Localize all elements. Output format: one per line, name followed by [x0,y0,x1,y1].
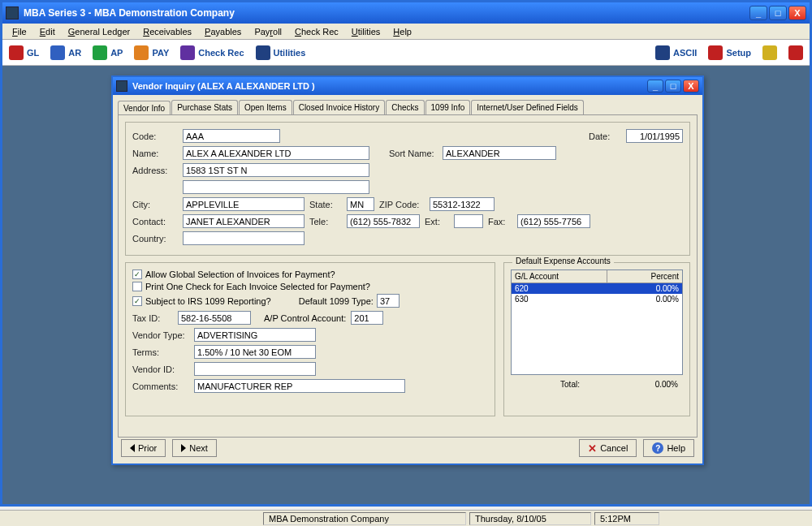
inquiry-title: Vendor Inquiry (ALEX A ALEXANDER LTD ) [132,81,647,91]
tele-field[interactable] [347,214,420,228]
tab-1099-info[interactable]: 1099 Info [425,100,471,114]
address-label: Address: [132,166,178,175]
tab-internet-user-defined[interactable]: Internet/User Defined Fields [471,100,584,114]
menu-utilities[interactable]: Utilities [347,25,385,38]
toolbar-ar[interactable]: AR [50,45,81,60]
extra1-icon [762,45,777,60]
tab-purchase-stats[interactable]: Purchase Stats [171,100,238,114]
date-field[interactable] [626,129,683,143]
main-titlebar: MBA Series 3 - MBA Demonstration Company… [2,2,810,24]
expense-row-1[interactable]: 6200.00% [512,283,682,294]
vendor-settings-group: ✓ Allow Global Selection of Invoices for… [125,262,495,416]
toolbar-ascii[interactable]: ASCII [655,45,697,60]
apcontrol-field[interactable] [351,311,383,325]
sortname-field[interactable] [443,146,556,160]
vendor-identity-group: Code: Date: Name: Sort Name: Address: [125,122,690,256]
address2-field[interactable] [183,180,369,194]
ascii-icon [655,45,670,60]
fax-field[interactable] [517,214,590,228]
address1-field[interactable] [183,163,369,177]
main-maximize-button[interactable]: □ [769,6,787,20]
inquiry-icon [116,80,127,92]
status-date: Thursday, 8/10/05 [469,512,591,525]
subject-1099-checkbox[interactable]: ✓ [132,296,142,306]
terms-field[interactable] [194,345,316,359]
expense-col-percent: Percent [607,270,682,282]
toolbar-pay[interactable]: PAY [134,45,169,60]
check-rec-icon [180,45,195,60]
print-one-checkbox[interactable] [132,282,142,291]
code-label: Code: [132,132,178,141]
state-field[interactable] [347,197,374,211]
main-minimize-button[interactable]: _ [749,6,767,20]
tab-checks[interactable]: Checks [386,100,424,114]
app-icon [6,6,19,19]
comments-field[interactable] [194,379,405,393]
tab-open-items[interactable]: Open Items [239,100,292,114]
name-field[interactable] [183,146,369,160]
vendortype-label: Vendor Type: [132,330,189,340]
vendorid-label: Vendor ID: [132,364,189,374]
zip-field[interactable] [430,197,495,211]
tab-closed-invoice-history[interactable]: Closed Invoice History [293,100,385,114]
taxid-field[interactable] [178,311,251,325]
toolbar-ap[interactable]: AP [93,45,123,60]
comments-label: Comments: [132,382,189,391]
sortname-label: Sort Name: [389,149,438,158]
vendorid-field[interactable] [194,362,316,376]
inquiry-close-button[interactable]: X [683,80,699,93]
menu-edit[interactable]: Edit [35,25,60,38]
expense-row-2[interactable]: 6300.00% [512,294,682,304]
statusbar: MBA Demonstration Company Thursday, 8/10… [0,510,812,526]
menu-payroll[interactable]: Payroll [249,25,287,38]
menu-check-rec[interactable]: Check Rec [290,25,343,38]
contact-label: Contact: [132,217,178,226]
contact-field[interactable] [183,214,304,228]
app-title: MBA Series 3 - MBA Demonstration Company [24,7,749,19]
code-field[interactable] [183,129,280,143]
setup-icon [708,45,723,60]
expense-total-value: 0.00% [629,380,678,389]
toolbar-setup[interactable]: Setup [708,45,751,60]
menu-help[interactable]: Help [388,25,417,38]
inquiry-minimize-button[interactable]: _ [647,80,663,93]
next-button[interactable]: Next [172,439,217,457]
menu-file[interactable]: File [7,25,32,38]
country-field[interactable] [183,231,304,245]
inquiry-titlebar: Vendor Inquiry (ALEX A ALEXANDER LTD ) _… [113,77,702,95]
inquiry-button-bar: Prior Next ✕Cancel ?Help [121,439,694,457]
menu-general-ledger[interactable]: General Ledger [63,25,135,38]
prior-button[interactable]: Prior [121,439,166,457]
left-arrow-icon [130,444,135,452]
menu-receivables[interactable]: Receivables [138,25,197,38]
toolbar-check-rec[interactable]: Check Rec [180,45,244,60]
fax-label: Fax: [488,217,512,226]
inquiry-maximize-button[interactable]: □ [665,80,681,93]
right-arrow-icon [181,444,186,452]
main-close-button[interactable]: X [788,6,806,20]
toolbar-extra1[interactable] [762,45,777,60]
expense-table[interactable]: G/L Account Percent 6200.00% 6300.00% [511,269,683,375]
city-field[interactable] [183,197,304,211]
cancel-button[interactable]: ✕Cancel [579,439,637,457]
toolbar-utilities[interactable]: Utilities [256,45,306,60]
toolbar-extra2[interactable] [788,45,803,60]
expense-group: Default Expense Accounts G/L Account Per… [503,262,690,416]
extra2-icon [788,45,803,60]
vendortype-field[interactable] [194,328,316,342]
ext-field[interactable] [454,214,483,228]
vendor-inquiry-window: Vendor Inquiry (ALEX A ALEXANDER LTD ) _… [111,75,704,465]
tab-vendor-info[interactable]: Vendor Info [118,101,171,115]
city-label: City: [132,200,178,209]
question-icon: ? [652,442,663,454]
allow-global-label: Allow Global Selection of Invoices for P… [145,269,335,279]
state-label: State: [309,200,342,209]
allow-global-checkbox[interactable]: ✓ [132,269,142,279]
toolbar-gl[interactable]: GL [9,45,39,60]
ap-icon [93,45,107,60]
subject-1099-label: Subject to IRS 1099 Reporting? [145,296,271,306]
print-one-label: Print One Check for Each Invoice Selecte… [145,282,370,291]
menu-payables[interactable]: Payables [200,25,246,38]
help-button[interactable]: ?Help [643,439,694,457]
default1099-field[interactable] [377,294,400,308]
